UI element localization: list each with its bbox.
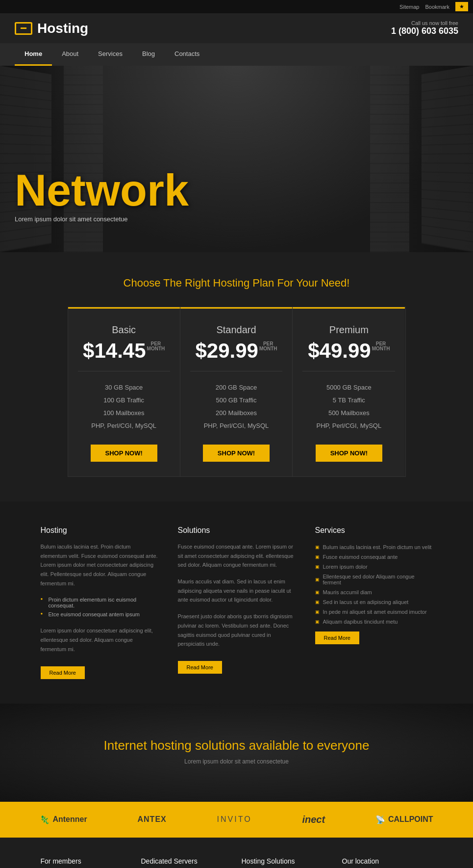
feature-hosting-text: Bulum iaculis lacinia est. Proin dictum … xyxy=(41,542,158,588)
feature-item: 500 GB Traffic xyxy=(190,394,282,407)
nav-blog[interactable]: Blog xyxy=(132,43,165,66)
plan-name-premium: Premium xyxy=(302,324,395,336)
feature-item: 200 GB Space xyxy=(190,381,282,394)
feature-item: PHP, Perl/CGI, MySQL xyxy=(302,420,395,432)
partner-antenner: 🦎 Antenner xyxy=(40,815,87,824)
cta-title-post: available to everyone xyxy=(246,738,370,753)
feature-solutions-text2: Mauris acculis vat diam. Sed in lacus ut… xyxy=(178,577,296,605)
plan-features-standard: 200 GB Space 500 GB Traffic 200 Mailboxe… xyxy=(190,381,282,432)
logo-icon xyxy=(15,22,32,35)
hero-title: Network xyxy=(15,168,189,212)
top-bar: Sitemap Bookmark ★ xyxy=(0,0,473,13)
header: Hosting Call us now toll free 1 (800) 60… xyxy=(0,13,473,43)
cta-content: Internet hosting solutions available to … xyxy=(15,738,458,765)
plan-top-border-basic xyxy=(68,307,180,309)
feature-hosting-title: Hosting xyxy=(41,526,158,535)
shop-now-basic[interactable]: Shop Now! xyxy=(91,445,157,462)
pricing-heading: Choose The Right Hosting Plan For Your N… xyxy=(15,277,458,289)
phone-number: 1 (800) 603 6035 xyxy=(391,26,458,36)
service-list-item: Mauris accumil diam xyxy=(315,587,433,597)
plan-top-border-standard xyxy=(180,307,292,309)
service-list-item: Bulum iaculis lacinia est. Proin dictum … xyxy=(315,542,433,552)
partner-antenner-name: Antenner xyxy=(52,815,87,824)
nav-home[interactable]: Home xyxy=(15,43,52,66)
hero-section: Network Lorem ipsum dolor sit amet conse… xyxy=(0,66,473,252)
plan-standard: Standard $29.99PERMONTH 200 GB Space 500… xyxy=(180,307,293,476)
pricing-section: Choose The Right Hosting Plan For Your N… xyxy=(0,252,473,501)
feature-solutions-text: Fusce euismod consequat ante. Lorem ipsu… xyxy=(178,542,296,570)
footer-col-members-title: For members xyxy=(41,857,131,865)
rack-right-decoration xyxy=(422,66,473,252)
footer-col-hosting: Hosting Solutions Managed Hosting Servic… xyxy=(242,857,332,868)
partner-inect: inect xyxy=(302,814,325,825)
feature-services-title: Services xyxy=(315,526,433,535)
feature-list-item: Etce euismod consequat antem ipsum xyxy=(41,610,158,619)
service-list-item: Fusce euismod consequat ante xyxy=(315,552,433,562)
feature-item: 500 Mailboxes xyxy=(302,407,395,420)
nav-about[interactable]: About xyxy=(52,43,88,66)
partner-antex-name: ANTEX xyxy=(138,815,167,824)
contact-info: Call us now toll free 1 (800) 603 6035 xyxy=(391,20,458,36)
service-list-item: In pede mi aliquet sit amet euismod imuc… xyxy=(315,607,433,617)
plan-period-basic: PERMONTH xyxy=(147,342,165,351)
plan-price-basic: $14.45PERMONTH xyxy=(78,341,170,361)
read-more-hosting[interactable]: Read More xyxy=(41,666,85,679)
cta-section: Internet hosting solutions available to … xyxy=(0,704,473,802)
plan-features-basic: 30 GB Space 100 GB Traffic 100 Mailboxes… xyxy=(78,381,170,432)
plan-price-premium: $49.99PERMONTH xyxy=(302,341,395,361)
feature-hosting-text2: Lorem ipsum dolor consectetuer adipiscin… xyxy=(41,626,158,654)
hero-content: Network Lorem ipsum dolor sit amet conse… xyxy=(15,168,189,223)
partner-callpoint: 📡 CALLPOINT xyxy=(375,815,433,824)
service-list-item: Ellentesque sed dolor Aliquam congue fer… xyxy=(315,572,433,587)
footer-col-dedicated: Dedicated Servers Dedicated Server Hosti… xyxy=(141,857,232,868)
footer-grid: For members Forums Promotions Sign in Ne… xyxy=(41,857,433,868)
bookmark-button[interactable]: ★ xyxy=(455,2,468,11)
partner-inect-name: inect xyxy=(302,814,325,825)
service-list-item: Lorem ipsum dolor xyxy=(315,562,433,572)
read-more-solutions[interactable]: Read More xyxy=(178,661,222,674)
rack-center-right-decoration xyxy=(370,66,409,252)
pricing-heading-post: For Your Need! xyxy=(274,277,349,289)
plan-basic: Basic $14.45PERMONTH 30 GB Space 100 GB … xyxy=(68,307,180,476)
main-nav: Home About Services Blog Contacts xyxy=(0,43,473,66)
cta-title-highlight: hosting solutions xyxy=(150,738,246,753)
partner-antex: ANTEX xyxy=(138,815,167,824)
pricing-heading-pre: Choose The Right xyxy=(124,277,213,289)
cta-subtitle: Lorem ipsum dolor sit amet consectetue xyxy=(15,758,458,765)
hero-subtitle: Lorem ipsum dolor sit amet consectetue xyxy=(15,215,189,223)
partner-invito-name: INVITO xyxy=(217,815,252,824)
feature-item: PHP, Perl/CGI, MySQL xyxy=(190,420,282,432)
logo: Hosting xyxy=(15,21,88,36)
plan-period-standard: PERMONTH xyxy=(259,342,277,351)
plan-top-border-premium xyxy=(293,307,405,309)
cta-title-pre: Internet xyxy=(103,738,150,753)
service-list-item: Sed in lacus ut en adipiscing aliquet xyxy=(315,597,433,607)
feature-solutions-title: Solutions xyxy=(178,526,296,535)
feature-item: 200 Mailboxes xyxy=(190,407,282,420)
partner-invito: INVITO xyxy=(217,815,252,824)
shop-now-premium[interactable]: Shop Now! xyxy=(316,445,382,462)
footer-col-members: For members Forums Promotions Sign in Ne… xyxy=(41,857,131,868)
feature-item: 30 GB Space xyxy=(78,381,170,394)
rack-left-decoration xyxy=(0,66,51,252)
pricing-grid: Basic $14.45PERMONTH 30 GB Space 100 GB … xyxy=(68,307,406,477)
feature-item: 5 TB Traffic xyxy=(302,394,395,407)
plan-price-standard: $29.99PERMONTH xyxy=(190,341,282,361)
footer-col-location-title: Our location xyxy=(342,857,433,865)
plan-name-standard: Standard xyxy=(190,324,282,336)
nav-contacts[interactable]: Contacts xyxy=(165,43,209,66)
partner-callpoint-name: CALLPOINT xyxy=(388,815,433,824)
plan-features-premium: 5000 GB Space 5 TB Traffic 500 Mailboxes… xyxy=(302,381,395,432)
feature-item: PHP, Perl/CGI, MySQL xyxy=(78,420,170,432)
nav-services[interactable]: Services xyxy=(88,43,132,66)
feature-list-item: Proin dictum elementum isc euismod conse… xyxy=(41,595,158,610)
service-list: Bulum iaculis lacinia est. Proin dictum … xyxy=(315,542,433,627)
features-section: Hosting Bulum iaculis lacinia est. Proin… xyxy=(0,501,473,704)
read-more-services[interactable]: Read More xyxy=(315,631,359,644)
bookmark-link[interactable]: Bookmark xyxy=(425,4,449,10)
shop-now-standard[interactable]: Shop Now! xyxy=(203,445,270,462)
footer-col-location: Our location 8863 - 9867 Mill Road,Cambr… xyxy=(342,857,433,868)
sitemap-link[interactable]: Sitemap xyxy=(399,4,419,10)
footer-col-hosting-title: Hosting Solutions xyxy=(242,857,332,865)
feature-hosting: Hosting Bulum iaculis lacinia est. Proin… xyxy=(41,526,158,679)
